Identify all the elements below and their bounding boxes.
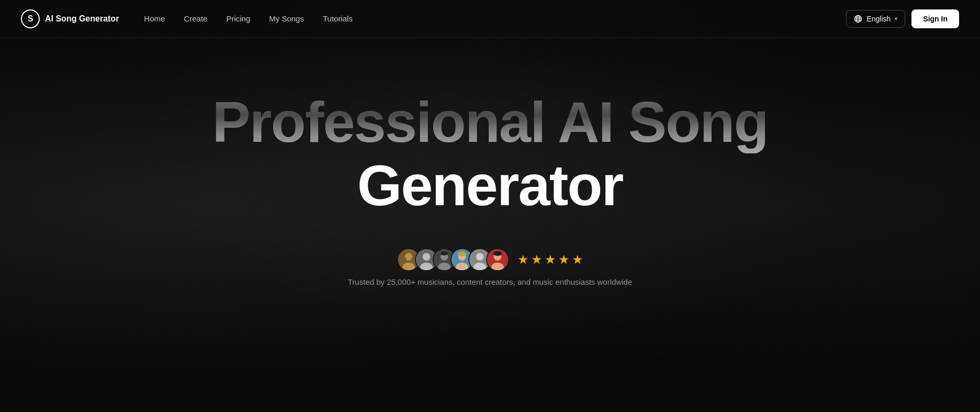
hero-title-line1: Professional AI Song bbox=[212, 90, 768, 153]
logo-icon: S bbox=[21, 9, 40, 28]
hero-section: Professional AI Song Generator bbox=[0, 38, 980, 286]
chevron-down-icon: ▾ bbox=[895, 16, 897, 21]
nav-link-home[interactable]: Home bbox=[144, 14, 165, 23]
social-proof: ★ ★ ★ ★ ★ Trusted by 25,000+ musicians, … bbox=[348, 248, 632, 286]
svg-point-6 bbox=[404, 253, 412, 261]
globe-icon bbox=[854, 15, 862, 23]
navbar: S AI Song Generator Home Create Pricing … bbox=[0, 0, 980, 38]
nav-link-my-songs[interactable]: My Songs bbox=[269, 14, 304, 23]
svg-rect-9 bbox=[410, 258, 412, 259]
star-1: ★ bbox=[517, 252, 529, 267]
navbar-right: English ▾ Sign In bbox=[846, 9, 959, 28]
avatars-group bbox=[397, 248, 509, 271]
trust-text: Trusted by 25,000+ musicians, content cr… bbox=[348, 277, 632, 286]
star-2: ★ bbox=[531, 252, 543, 267]
nav-link-pricing[interactable]: Pricing bbox=[226, 14, 250, 23]
navbar-left: S AI Song Generator Home Create Pricing … bbox=[21, 9, 353, 28]
logo-text: AI Song Generator bbox=[45, 14, 119, 24]
nav-link-tutorials[interactable]: Tutorials bbox=[323, 14, 353, 23]
svg-rect-8 bbox=[404, 258, 407, 259]
nav-links: Home Create Pricing My Songs Tutorials bbox=[144, 14, 353, 23]
star-4: ★ bbox=[558, 252, 570, 267]
language-selector[interactable]: English ▾ bbox=[846, 10, 905, 28]
hero-title-line2: Generator bbox=[212, 153, 768, 217]
sign-in-button[interactable]: Sign In bbox=[911, 9, 959, 28]
svg-point-20 bbox=[457, 252, 466, 257]
svg-point-16 bbox=[440, 252, 448, 255]
nav-link-create[interactable]: Create bbox=[184, 14, 207, 23]
avatar bbox=[486, 248, 509, 271]
star-3: ★ bbox=[545, 252, 556, 267]
svg-point-27 bbox=[493, 251, 501, 256]
avatars-stars: ★ ★ ★ ★ ★ bbox=[397, 248, 583, 271]
language-label: English bbox=[866, 15, 891, 23]
svg-point-11 bbox=[422, 253, 430, 261]
logo[interactable]: S AI Song Generator bbox=[21, 9, 119, 28]
stars-rating: ★ ★ ★ ★ ★ bbox=[517, 252, 583, 267]
svg-point-22 bbox=[476, 253, 483, 261]
hero-title: Professional AI Song Generator bbox=[212, 90, 768, 217]
star-5: ★ bbox=[572, 252, 583, 267]
